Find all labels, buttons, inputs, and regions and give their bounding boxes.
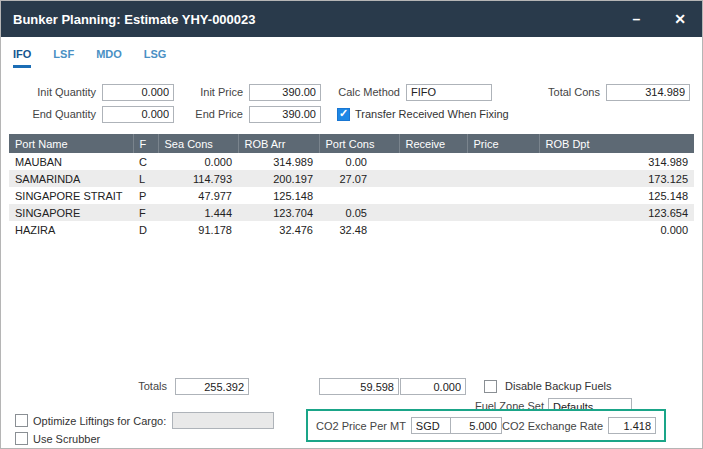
tab-mdo[interactable]: MDO xyxy=(96,48,122,68)
table-cell: D xyxy=(133,221,158,238)
init-quantity-label: Init Quantity xyxy=(31,86,96,98)
co2-exchange-rate-input[interactable] xyxy=(608,417,656,434)
column-header[interactable]: Price xyxy=(467,134,539,153)
table-row[interactable]: SAMARINDAL114.793200.19727.07173.125 xyxy=(9,170,694,187)
table-cell xyxy=(467,221,539,238)
table-cell: 0.00 xyxy=(319,153,399,170)
table-cell: 0.05 xyxy=(319,204,399,221)
bunker-planning-window: Bunker Planning: Estimate YHY-000023 – ✕… xyxy=(0,0,703,449)
form-row-1: Init Quantity Init Price Calc Method Tot… xyxy=(1,83,702,101)
disable-backup-fuels-label: Disable Backup Fuels xyxy=(505,380,611,392)
table-cell: 0.000 xyxy=(158,153,238,170)
table-cell: 314.989 xyxy=(238,153,319,170)
calc-method-label: Calc Method xyxy=(335,86,400,98)
totals-row: Totals Disable Backup Fuels xyxy=(9,378,694,396)
window-title: Bunker Planning: Estimate YHY-000023 xyxy=(13,12,256,27)
fuel-tabs: IFO LSF MDO LSG xyxy=(13,48,166,68)
end-price-input[interactable] xyxy=(249,106,321,123)
table-cell: 27.07 xyxy=(319,170,399,187)
close-button[interactable]: ✕ xyxy=(670,10,690,28)
total-cons-input[interactable] xyxy=(606,84,690,101)
table-cell: 32.476 xyxy=(238,221,319,238)
table-row[interactable]: MAUBANC0.000314.9890.00314.989 xyxy=(9,153,694,170)
table-row[interactable]: HAZIRAD91.17832.47632.480.000 xyxy=(9,221,694,238)
co2-currency-input[interactable] xyxy=(411,417,451,434)
column-header[interactable]: ROB Arr xyxy=(238,134,319,153)
table-cell: SINGAPORE xyxy=(9,204,133,221)
column-header[interactable]: Receive xyxy=(399,134,467,153)
table-cell: 173.125 xyxy=(539,170,694,187)
totals-port-cons-input[interactable] xyxy=(319,378,399,395)
optimize-liftings-row: Optimize Liftings for Cargo: xyxy=(15,412,274,429)
table-cell: 125.148 xyxy=(539,187,694,204)
column-header[interactable]: Port Cons xyxy=(319,134,399,153)
table-cell xyxy=(467,187,539,204)
tab-ifo[interactable]: IFO xyxy=(13,48,31,68)
use-scrubber-label: Use Scrubber xyxy=(33,433,100,445)
table-cell: F xyxy=(133,204,158,221)
table-cell xyxy=(399,153,467,170)
co2-exchange-rate-label: CO2 Exchange Rate xyxy=(502,420,603,432)
co2-settings-box: CO2 Price Per MT CO2 Exchange Rate xyxy=(306,409,666,442)
table-cell: 123.704 xyxy=(238,204,319,221)
bunker-grid: Port NameFSea ConsROB ArrPort ConsReceiv… xyxy=(9,134,694,374)
optimize-liftings-label: Optimize Liftings for Cargo: xyxy=(33,415,166,427)
end-quantity-input[interactable] xyxy=(102,106,174,123)
table-cell: 1.444 xyxy=(158,204,238,221)
table-cell: 125.148 xyxy=(238,187,319,204)
titlebar: Bunker Planning: Estimate YHY-000023 – ✕ xyxy=(1,1,702,37)
table-cell: 314.989 xyxy=(539,153,694,170)
init-quantity-input[interactable] xyxy=(102,84,174,101)
table-row[interactable]: SINGAPOREF1.444123.7040.05123.654 xyxy=(9,204,694,221)
grid-header-row: Port NameFSea ConsROB ArrPort ConsReceiv… xyxy=(9,134,694,153)
disable-backup-fuels-checkbox[interactable] xyxy=(484,380,497,393)
grid-body: MAUBANC0.000314.9890.00314.989SAMARINDAL… xyxy=(9,153,694,238)
transfer-received-checkbox[interactable] xyxy=(337,108,350,121)
table-cell: L xyxy=(133,170,158,187)
co2-price-label: CO2 Price Per MT xyxy=(316,420,406,432)
column-header[interactable]: Sea Cons xyxy=(158,134,238,153)
totals-sea-cons-input[interactable] xyxy=(175,378,249,395)
table-cell xyxy=(319,187,399,204)
column-header[interactable]: Port Name xyxy=(9,134,133,153)
table-cell xyxy=(467,170,539,187)
use-scrubber-checkbox[interactable] xyxy=(15,432,28,445)
table-row[interactable]: SINGAPORE STRAITP47.977125.148125.148 xyxy=(9,187,694,204)
optimize-liftings-input[interactable] xyxy=(172,412,274,429)
table-cell xyxy=(399,187,467,204)
table-cell: HAZIRA xyxy=(9,221,133,238)
table-cell xyxy=(399,221,467,238)
tab-lsf[interactable]: LSF xyxy=(53,48,74,68)
table-cell: 91.178 xyxy=(158,221,238,238)
table-cell: 123.654 xyxy=(539,204,694,221)
table-cell xyxy=(399,204,467,221)
table-cell: 114.793 xyxy=(158,170,238,187)
co2-price-input[interactable] xyxy=(450,417,502,434)
table-cell: 47.977 xyxy=(158,187,238,204)
totals-receive-input[interactable] xyxy=(400,378,466,395)
table-cell: 0.000 xyxy=(539,221,694,238)
table-cell xyxy=(467,204,539,221)
calc-method-input[interactable] xyxy=(406,84,492,101)
table-cell: SAMARINDA xyxy=(9,170,133,187)
table-cell: 200.197 xyxy=(238,170,319,187)
table-cell: P xyxy=(133,187,158,204)
tab-lsg[interactable]: LSG xyxy=(144,48,167,68)
use-scrubber-row: Use Scrubber xyxy=(15,432,100,445)
table-cell xyxy=(399,170,467,187)
column-header[interactable]: ROB Dpt xyxy=(539,134,694,153)
table-cell: SINGAPORE STRAIT xyxy=(9,187,133,204)
end-price-label: End Price xyxy=(188,108,243,120)
table-cell: 32.48 xyxy=(319,221,399,238)
table-cell xyxy=(467,153,539,170)
init-price-input[interactable] xyxy=(249,84,321,101)
optimize-liftings-checkbox[interactable] xyxy=(15,414,28,427)
form-row-2: End Quantity End Price Transfer Received… xyxy=(1,105,702,123)
totals-label: Totals xyxy=(101,380,167,392)
transfer-received-label: Transfer Received When Fixing xyxy=(355,108,509,120)
column-header[interactable]: F xyxy=(133,134,158,153)
end-quantity-label: End Quantity xyxy=(31,108,96,120)
table-cell: C xyxy=(133,153,158,170)
table-cell: MAUBAN xyxy=(9,153,133,170)
minimize-button[interactable]: – xyxy=(628,10,644,28)
